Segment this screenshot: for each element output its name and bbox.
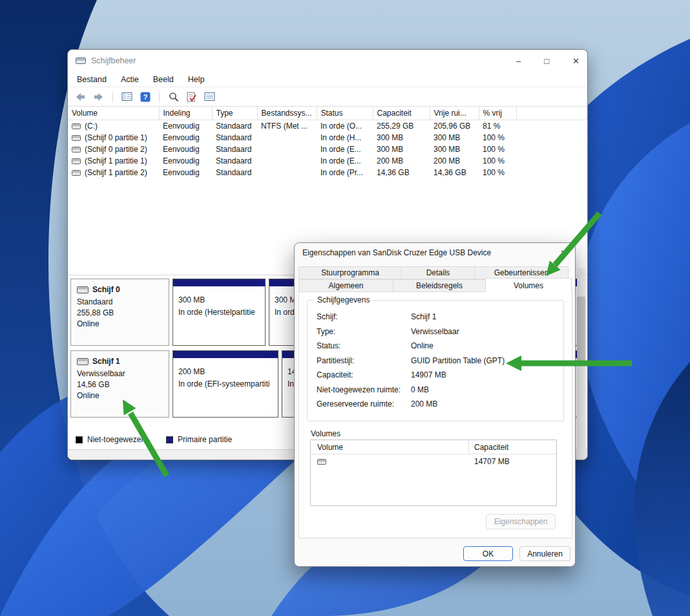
info-field-row: Niet-toegewezen ruimte: 0 MB (317, 385, 554, 394)
cell-bestandssysteem (257, 155, 317, 167)
column-header[interactable]: Status (317, 107, 373, 120)
disk-info-groupbox: Schijfgegevens Schijf: Schijf 1 Type: Ve… (307, 300, 564, 421)
drive-icon (72, 123, 81, 130)
field-label: Schijf: (317, 312, 411, 321)
volume-row[interactable]: (Schijf 0 partitie 1) Eenvoudig Standaar… (68, 132, 587, 143)
cancel-button[interactable]: Annuleren (519, 546, 570, 561)
cell-status: In orde (E... (317, 155, 373, 167)
maximize-button[interactable]: □ (544, 57, 549, 65)
magnifier-icon[interactable] (167, 90, 180, 103)
tab[interactable]: Gebeurtenissen (474, 266, 569, 279)
eigenschappen-button[interactable]: Eigenschappen (486, 514, 556, 529)
cell-type: Standaard (212, 143, 257, 155)
partition-size: 300 MB (178, 294, 260, 306)
volume-row[interactable]: (Schijf 1 partitie 2) Eenvoudig Standaar… (68, 167, 587, 178)
volume-row[interactable]: (Schijf 0 partitie 2) Eenvoudig Standaar… (68, 143, 587, 155)
task-check-icon[interactable] (185, 90, 198, 103)
cell-status: In orde (O... (317, 120, 373, 133)
cell-vrije-ruimte: 14,36 GB (430, 167, 479, 178)
field-label: Status: (317, 341, 411, 350)
partition-block[interactable]: 300 MB In orde (Herstelpartitie (172, 279, 266, 346)
ok-button[interactable]: OK (463, 546, 513, 561)
tab-control: StuurprogrammaDetailsGebeurtenissen Alge… (298, 266, 572, 292)
list-view-icon[interactable] (204, 90, 216, 103)
field-value: 14907 MB (411, 370, 446, 379)
column-header[interactable]: % vrij (479, 107, 516, 120)
disk-type: Standaard (77, 297, 163, 308)
column-header[interactable]: Capaciteit (373, 107, 430, 120)
minimize-button[interactable]: – (516, 57, 521, 65)
legend-label: Niet-toegewezen (87, 435, 145, 444)
cell-percent-vrij: 100 % (479, 132, 516, 143)
volume-name: (Schijf 1 partitie 2) (85, 168, 147, 177)
cell-capaciteit: 200 MB (373, 155, 430, 167)
menu-item[interactable]: Beeld (153, 75, 174, 84)
forward-icon[interactable] (92, 90, 105, 103)
window-title: Schijfbeheer (91, 56, 136, 65)
volumes-list[interactable]: Volume Capaciteit 14707 MB (310, 440, 557, 506)
cell-percent-vrij: 100 % (479, 167, 516, 178)
app-icon (76, 57, 86, 65)
volumes-col-volume[interactable]: Volume (311, 440, 469, 454)
scrollbar-thumb[interactable] (577, 297, 585, 361)
volumes-list-header: Volume Capaciteit (311, 440, 556, 454)
cell-vrije-ruimte: 200 MB (430, 155, 479, 167)
cell-capaciteit: 300 MB (373, 143, 430, 155)
volumes-col-capaciteit[interactable]: Capaciteit (469, 443, 508, 452)
console-tree-icon[interactable] (121, 90, 133, 103)
toolbar-separator (159, 91, 160, 103)
groupbox-label: Schijfgegevens (314, 295, 373, 304)
menu-item[interactable]: Bestand (77, 75, 107, 84)
dialog-title: Eigenschappen van SanDisk Cruzer Edge US… (302, 248, 491, 257)
properties-dialog: Eigenschappen van SanDisk Cruzer Edge US… (294, 242, 576, 567)
info-field-row: Status: Online (317, 341, 554, 350)
volume-row[interactable]: (Schijf 1 partitie 1) Eenvoudig Standaar… (68, 155, 587, 167)
column-header[interactable]: Vrije rui... (430, 107, 479, 120)
close-button[interactable]: ✕ (572, 57, 580, 65)
menu-item[interactable]: Actie (121, 75, 139, 84)
column-header[interactable] (516, 107, 587, 120)
cell-status: In orde (E... (317, 143, 373, 155)
help-icon[interactable]: ? (139, 90, 151, 103)
cell-type: Standaard (212, 120, 257, 133)
cell-type: Standaard (212, 167, 257, 178)
back-icon[interactable] (74, 90, 87, 103)
cell-capaciteit: 255,29 GB (373, 120, 430, 133)
tab-beleidsregels[interactable]: Beleidsregels (393, 279, 486, 292)
tab[interactable]: Details (401, 266, 475, 279)
cell-bestandssysteem (257, 143, 317, 155)
tab[interactable]: Stuurprogramma (298, 266, 402, 279)
disk-1-panel[interactable]: Schijf 1 Verwisselbaar 14,56 GB Online (70, 350, 169, 418)
tab-volumes[interactable]: Volumes (485, 278, 572, 293)
disk-icon (77, 286, 89, 294)
partition-block[interactable]: 200 MB In orde (EFI-systeempartiti (172, 350, 278, 418)
cell-capaciteit: 14,36 GB (373, 167, 430, 178)
field-value: Schijf 1 (411, 312, 436, 321)
column-header[interactable]: Indeling (159, 107, 212, 120)
field-label: Gereserveerde ruimte: (317, 399, 411, 409)
disk-0-panel[interactable]: Schijf 0 Standaard 255,88 GB Online (70, 279, 169, 346)
column-header[interactable]: Volume (68, 107, 159, 120)
tab-algemeen[interactable]: Algemeen (298, 279, 393, 292)
cell-status: In orde (H... (317, 132, 373, 143)
cell-indeling: Eenvoudig (159, 143, 212, 155)
unallocated-swatch (76, 436, 83, 443)
partition-type-strip (173, 279, 265, 286)
column-header[interactable]: Type (212, 107, 257, 120)
vertical-scrollbar[interactable] (577, 268, 585, 460)
volumes-list-row[interactable]: 14707 MB (311, 454, 556, 469)
legend-label: Primaire partitie (178, 435, 232, 444)
menu-item[interactable]: Help (188, 75, 205, 84)
info-field-row: Type: Verwisselbaar (317, 327, 554, 336)
field-value: Online (411, 341, 434, 350)
dialog-close-button[interactable]: ✕ (560, 248, 567, 258)
cell-percent-vrij: 81 % (479, 120, 516, 133)
field-value: GUID Partition Table (GPT) (411, 356, 505, 365)
column-header[interactable]: Bestandssys... (257, 107, 317, 120)
field-label: Partitiestijl: (317, 356, 411, 365)
titlebar[interactable]: Schijfbeheer – □ ✕ (68, 50, 587, 72)
dialog-titlebar[interactable]: Eigenschappen van SanDisk Cruzer Edge US… (295, 243, 575, 262)
field-label: Niet-toegewezen ruimte: (317, 385, 411, 394)
volume-row[interactable]: (C:) Eenvoudig Standaard NTFS (Met ... I… (68, 120, 587, 133)
field-value: 200 MB (411, 399, 437, 409)
